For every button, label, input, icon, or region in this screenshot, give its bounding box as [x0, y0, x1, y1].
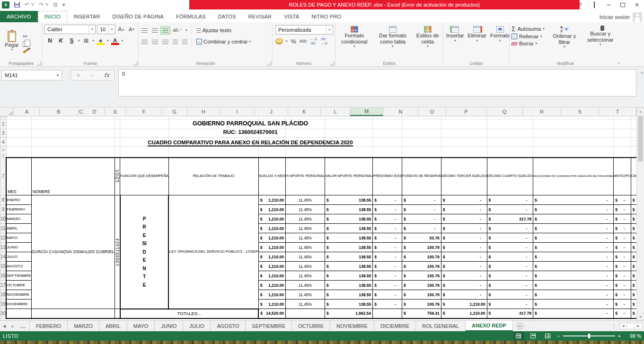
cell-aporte[interactable]: $138.55 [325, 300, 373, 309]
cell-sueldo[interactable]: $1,210.00 [258, 262, 285, 271]
format-as-table-button[interactable]: Dar formato como tabla▾ [372, 25, 414, 49]
insert-function-icon[interactable]: fx [104, 72, 109, 79]
cell-caucion[interactable]: $- [631, 271, 636, 281]
cell-prestamo[interactable]: $- [373, 233, 402, 243]
wrap-text-icon[interactable]: Ajustar texto [196, 27, 231, 33]
insert-cells-button[interactable]: Insertar▾ [444, 25, 466, 44]
cell-anticipo[interactable]: $- [614, 214, 631, 224]
cell-total-anticipo[interactable]: $- [614, 309, 631, 318]
cell-mes[interactable]: JULIO [6, 252, 31, 262]
row-header-3[interactable]: 3 [0, 129, 7, 138]
zoom-out-icon[interactable]: − [557, 333, 560, 339]
cell-caucion[interactable]: $7.76 [631, 214, 636, 224]
ribbon-tab-archivo[interactable]: ARCHIVO [0, 11, 38, 22]
column-header-C[interactable]: C [78, 107, 84, 116]
cell-anticipo[interactable]: $- [614, 224, 631, 233]
cell-totales-label[interactable]: TOTALES... [120, 309, 259, 318]
cell[interactable] [286, 119, 325, 129]
cell-pct[interactable]: 11.45% [286, 243, 325, 252]
normal-view-icon[interactable] [513, 332, 524, 340]
cell-sueldo[interactable]: $1,210.00 [258, 252, 285, 262]
sort-filter-button[interactable]: AZ Ordenar y filtrar▾ [547, 24, 582, 50]
minimize-button[interactable] [602, 0, 615, 9]
excel-logo-icon[interactable]: X [2, 1, 9, 9]
cell-caucion[interactable]: $- [631, 195, 636, 205]
autosum-button[interactable]: ΣAutosuma▾ [512, 26, 545, 32]
cell[interactable] [487, 119, 533, 129]
cell-pct[interactable]: 11.45% [286, 214, 325, 224]
cell-vacaciones[interactable]: $- [533, 224, 613, 233]
font-dialog-launcher[interactable] [133, 61, 137, 65]
cell-total-vacaciones[interactable]: $- [533, 309, 613, 318]
cell-fondos[interactable]: $100.79 [402, 281, 441, 290]
cell-decimo-cuarto[interactable]: $- [487, 224, 533, 233]
cell[interactable] [533, 119, 613, 129]
cell-total-sueldo[interactable]: $14,520.00 [258, 309, 285, 318]
cell-total-caucion[interactable]: $7.76 [631, 309, 636, 318]
cell[interactable] [325, 119, 373, 129]
cell-caucion[interactable]: $- [631, 281, 636, 290]
cell-sueldo[interactable]: $1,210.00 [258, 271, 285, 281]
table-header-3[interactable]: N° CÉDULA [115, 158, 120, 195]
formula-input[interactable]: 0 [118, 69, 636, 97]
cell-mes[interactable]: DICIEMBRE [6, 300, 31, 309]
clear-button[interactable]: Borrar▾ [512, 41, 545, 46]
fill-button[interactable]: ↓Rellenar▾ [512, 34, 545, 39]
name-box-dropdown-icon[interactable]: ▼ [54, 71, 62, 80]
cell-mes[interactable]: SEPTIEMBRE [6, 271, 31, 281]
font-name-combo[interactable]: Calibri▾ [44, 25, 96, 34]
alignment-dialog-launcher[interactable] [267, 61, 271, 65]
cell[interactable] [258, 119, 285, 129]
sheet-tab-rol-general[interactable]: ROL GENERAL [416, 321, 466, 331]
cell-pct[interactable]: 11.45% [286, 233, 325, 243]
cell-fondos[interactable]: $- [402, 195, 441, 205]
cell[interactable] [168, 119, 258, 129]
table-header-12[interactable]: DÉCIMO CUARTO SUELDO [487, 158, 533, 195]
cell-sueldo[interactable]: $1,210.00 [258, 300, 285, 309]
page-layout-view-icon[interactable] [528, 332, 538, 340]
cell-decimo-tercer[interactable]: $- [441, 290, 487, 300]
cell-fondos[interactable]: $100.79 [402, 271, 441, 281]
select-all-corner[interactable] [0, 107, 14, 116]
collapse-ribbon-icon[interactable]: ˄ [618, 61, 620, 65]
sheet-tab-julio[interactable]: JULIO [183, 321, 211, 331]
decrease-decimal-icon[interactable]: .00→.0 [320, 37, 327, 45]
cell[interactable] [115, 129, 120, 138]
cell[interactable] [115, 119, 120, 129]
user-avatar[interactable] [633, 12, 642, 22]
cell-decimo-cuarto[interactable]: $- [487, 290, 533, 300]
table-header-4[interactable]: FUNCIÓN QUE DESEMPEÑA [120, 158, 169, 195]
cell-decimo-tercer[interactable]: $- [441, 195, 487, 205]
cell-anticipo[interactable]: $- [614, 300, 631, 309]
cell-prestamo[interactable]: $- [373, 205, 402, 214]
cell-decimo-cuarto[interactable]: $- [487, 252, 533, 262]
cell-prestamo[interactable]: $- [373, 195, 402, 205]
column-header-K[interactable]: K [288, 107, 321, 116]
cell-mes[interactable]: ENERO [6, 195, 31, 205]
column-header-E[interactable]: E [105, 107, 126, 116]
cell[interactable] [6, 309, 31, 318]
cell-decimo-cuarto[interactable]: $- [487, 243, 533, 252]
save-icon[interactable] [14, 2, 20, 8]
cell-anticipo[interactable]: $- [614, 233, 631, 243]
cell-total-aporte[interactable]: $1,662.54 [325, 309, 373, 318]
borders-icon[interactable]: ⊞ [82, 36, 91, 45]
column-header-L[interactable]: L [321, 107, 350, 116]
sheet-tab-mayo[interactable]: MAYO [127, 321, 155, 331]
cell-sueldo[interactable]: $1,210.00 [258, 205, 285, 214]
cell[interactable] [6, 129, 31, 138]
column-header-N[interactable]: N [383, 107, 418, 116]
cancel-icon[interactable]: ✕ [76, 72, 80, 79]
format-cells-button[interactable]: Formato▾ [488, 25, 512, 44]
cell-fondos[interactable]: $100.79 [402, 300, 441, 309]
cell-decimo-tercer[interactable]: $1,210.00 [441, 300, 487, 309]
format-painter-icon[interactable] [23, 49, 28, 53]
cell[interactable] [120, 129, 169, 138]
comma-style-icon[interactable]: 000 [300, 39, 307, 44]
cell[interactable] [487, 129, 533, 138]
sheet-nav-right-icon[interactable]: ▶ [9, 321, 17, 331]
cell-fondos[interactable]: $- [402, 214, 441, 224]
cell[interactable] [286, 147, 325, 158]
row-header-7[interactable]: 7 [0, 158, 7, 195]
cell-decimo-cuarto[interactable]: $- [487, 271, 533, 281]
